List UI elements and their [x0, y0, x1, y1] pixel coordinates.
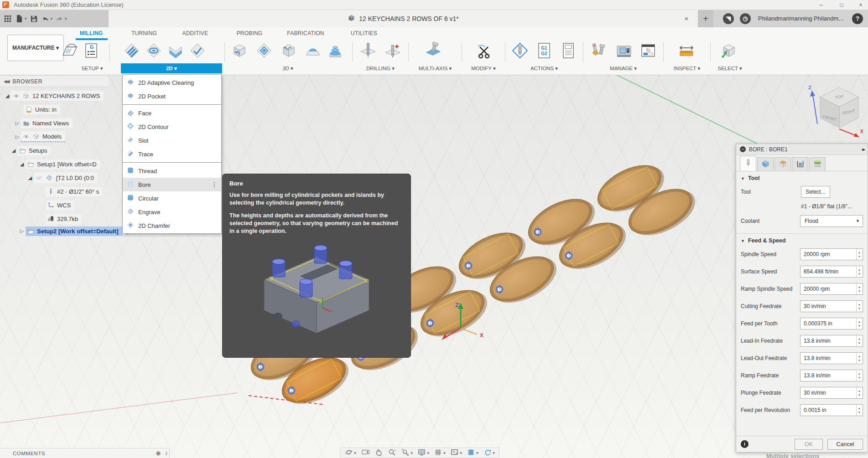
pan-button[interactable]: [374, 448, 383, 458]
trim-button[interactable]: [475, 41, 494, 60]
group-inspect[interactable]: INSPECT ▾: [664, 63, 710, 73]
visibility-eye-icon[interactable]: [13, 93, 20, 99]
zoom-button[interactable]: ±: [388, 448, 396, 458]
tab-tool[interactable]: [740, 156, 756, 171]
tab-geometry[interactable]: [757, 157, 774, 171]
close-tab-icon[interactable]: ×: [681, 14, 691, 24]
panel-resize-grip[interactable]: ‖: [165, 451, 167, 456]
bore-drill-button[interactable]: [383, 41, 402, 60]
group-multiaxis[interactable]: MULTI-AXIS ▾: [409, 63, 462, 73]
field-input[interactable]: 13.8 in/min▲▼: [800, 335, 863, 347]
collapse-icon[interactable]: ▷: [14, 120, 21, 126]
ncprogram-button[interactable]: G: [82, 41, 101, 60]
group-select[interactable]: SELECT ▾: [711, 63, 749, 73]
spinner-arrows-icon[interactable]: ▲▼: [856, 405, 862, 416]
tab-turning[interactable]: TURNING: [131, 28, 157, 38]
spinner-arrows-icon[interactable]: ▲▼: [856, 266, 862, 277]
group-modify[interactable]: MODIFY ▾: [462, 63, 505, 73]
undo-button[interactable]: ▾: [41, 15, 53, 23]
menu-item-2d-chamfer[interactable]: 2D Chamfer: [123, 219, 221, 232]
menu-item-thread[interactable]: Thread: [123, 164, 221, 178]
tab-milling[interactable]: MILLING: [80, 28, 103, 38]
spinner-arrows-icon[interactable]: ▲▼: [856, 249, 862, 260]
tree-row-setups[interactable]: ◢ Setups: [10, 144, 51, 156]
tree-row-named-views[interactable]: ▷ Named Views: [14, 117, 73, 129]
spinner-arrows-icon[interactable]: ▲▼: [856, 283, 862, 294]
tree-row-setup2[interactable]: ▷ Setup2 [Work offset=Default] ◎: [18, 225, 130, 237]
browser-panel-header[interactable]: ◀◀ BROWSER: [0, 76, 109, 87]
field-input[interactable]: 0.000375 in▲▼: [800, 318, 863, 329]
field-input[interactable]: 13.8 in/min▲▼: [800, 370, 863, 381]
menu-item-2d-adaptive-clearing[interactable]: 2D Adaptive Clearing: [123, 76, 221, 89]
save-button[interactable]: [30, 15, 38, 23]
menu-item-trace[interactable]: Trace: [123, 147, 221, 161]
user-account-button[interactable]: Philandmarimanning Philandm...: [758, 15, 849, 22]
select-button[interactable]: [719, 41, 738, 60]
refresh-button[interactable]: ▾: [483, 448, 495, 458]
face-button[interactable]: [166, 41, 185, 60]
scallop-button[interactable]: [303, 41, 322, 60]
spinner-arrows-icon[interactable]: ▲▼: [856, 370, 862, 381]
2d-adaptive-button[interactable]: [122, 41, 141, 60]
visibility-off-icon[interactable]: [36, 175, 42, 181]
spiral-button[interactable]: [326, 41, 345, 60]
comments-panel-header[interactable]: COMMENTS ⊕ ‖: [0, 448, 170, 458]
menu-item-circular[interactable]: Circular: [123, 191, 221, 205]
menu-item-face[interactable]: Face: [123, 106, 221, 120]
tab-utilities[interactable]: UTILITIES: [351, 28, 377, 38]
file-menu-button[interactable]: ▾: [15, 14, 27, 23]
post-process-button[interactable]: G1G2: [535, 41, 554, 60]
document-tab[interactable]: 12 KEYCHAINS 2 ROWS OF 6 v1*: [109, 10, 698, 27]
task-manager-button[interactable]: %: [639, 41, 658, 60]
feed-speed-section-header[interactable]: ▼Feed & Speed: [736, 234, 868, 246]
menu-item-bore[interactable]: Bore ⋮: [123, 178, 221, 191]
job-status-icon[interactable]: ◷: [740, 13, 751, 24]
spinner-arrows-icon[interactable]: ▲▼: [856, 318, 862, 329]
3d-adaptive-button[interactable]: [230, 41, 249, 60]
spinner-arrows-icon[interactable]: ▲▼: [856, 335, 862, 346]
suspend-dialog-icon[interactable]: ▸▸: [862, 147, 864, 152]
tool-section-header[interactable]: ▼Tool: [736, 171, 868, 183]
help-icon[interactable]: ?: [852, 13, 863, 24]
redo-button[interactable]: ▾: [55, 15, 67, 23]
tab-linking[interactable]: [809, 157, 826, 171]
coolant-dropdown[interactable]: Flood▼: [800, 215, 863, 227]
tab-heights[interactable]: [774, 157, 791, 171]
app-grid-icon[interactable]: [4, 15, 12, 23]
new-tab-button[interactable]: +: [698, 10, 713, 27]
field-input[interactable]: 654.498 ft/min▲▼: [800, 266, 863, 278]
field-input[interactable]: 13.8 in/min▲▼: [800, 352, 863, 364]
extensions-icon[interactable]: ◥: [723, 13, 734, 24]
menu-item-engrave[interactable]: Engrave: [123, 205, 221, 219]
tree-row-setup1[interactable]: ◢ Setup1 [Work offset=D: [18, 158, 100, 170]
viewports-button[interactable]: ▾: [450, 448, 462, 458]
2d-pocket-button[interactable]: [144, 41, 163, 60]
maximize-button[interactable]: □: [835, 0, 848, 10]
tool-library-button[interactable]: [588, 41, 608, 60]
spinner-arrows-icon[interactable]: ▲▼: [856, 353, 862, 364]
field-input[interactable]: 30 in/min▲▼: [800, 387, 863, 399]
group-manage[interactable]: MANAGE ▾: [583, 63, 663, 73]
close-button[interactable]: ×: [854, 0, 868, 10]
zoom-window-button[interactable]: ▾: [401, 448, 413, 458]
look-at-button[interactable]: [361, 448, 369, 458]
grid-settings-button[interactable]: ▾: [434, 448, 446, 458]
more-options-kebab-icon[interactable]: ⋮: [211, 181, 218, 188]
tab-passes[interactable]: [792, 157, 808, 171]
parallel-button[interactable]: [279, 41, 298, 60]
field-input[interactable]: 0.0015 in▲▼: [800, 404, 863, 416]
steps-button[interactable]: ▾: [467, 448, 478, 458]
2d-contour-button[interactable]: [188, 41, 207, 60]
add-comment-icon[interactable]: ⊕: [156, 450, 161, 457]
minimize-button[interactable]: –: [814, 0, 828, 10]
tree-row-models[interactable]: ▷ Models: [14, 131, 65, 143]
dialog-header[interactable]: − BORE : BORE1 ▸▸: [736, 144, 868, 155]
tree-row-units[interactable]: Units: in: [24, 103, 60, 115]
tree-row-operation-t2[interactable]: ◢ [T2 L0 D0 (0:0: [26, 172, 98, 184]
3d-pocket-button[interactable]: [255, 41, 274, 60]
tab-additive[interactable]: ADDITIVE: [182, 28, 208, 38]
expand-icon[interactable]: ◢: [26, 175, 34, 181]
visibility-eye-icon[interactable]: [23, 133, 30, 140]
expand-icon[interactable]: ◢: [4, 93, 11, 99]
group-drilling[interactable]: DRILLING ▾: [353, 63, 408, 73]
